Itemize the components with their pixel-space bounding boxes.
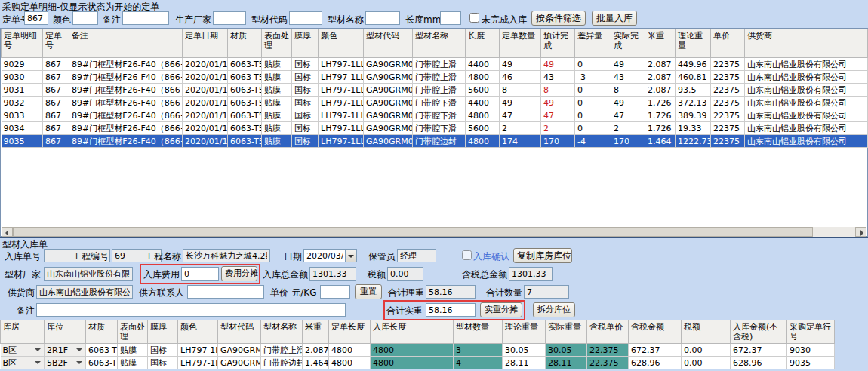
fee-allocate-button[interactable]: 费用分摊	[221, 266, 257, 281]
calendar-dropdown-icon[interactable]	[345, 249, 357, 262]
column-header[interactable]: 定单长度	[329, 320, 371, 344]
column-header[interactable]: 采购定单行号	[787, 320, 835, 344]
cell: 国标	[292, 135, 319, 148]
column-header[interactable]: 预计完成	[541, 29, 575, 58]
keeper-input[interactable]	[397, 249, 436, 262]
supplier-input[interactable]	[36, 285, 133, 299]
batch-inbound-button[interactable]: 批量入库	[592, 11, 637, 26]
column-header[interactable]: 米重	[645, 29, 676, 58]
table-row[interactable]: B区5B2F6063-T5贴膜国标LH797-1LL0GA90GRM05门带腔边…	[1, 357, 835, 369]
column-header[interactable]: 米重	[303, 320, 329, 344]
cell: 8	[611, 84, 645, 97]
profile-code-filter-input[interactable]	[289, 11, 322, 25]
color-filter-input[interactable]	[72, 11, 98, 25]
tax-total-input[interactable]	[509, 267, 553, 281]
cell: 89#门框型材F26-F40（866+867）	[69, 84, 183, 97]
cell: LH797-1LL0	[319, 122, 364, 135]
column-header[interactable]: 实际完成	[611, 29, 645, 58]
column-header[interactable]: 材质	[86, 320, 118, 344]
filter-by-condition-button[interactable]: 按条件筛选	[531, 11, 586, 26]
column-header[interactable]: 库房	[1, 320, 45, 344]
cell: 49	[541, 97, 575, 109]
inbound-confirm-checkbox[interactable]	[462, 250, 472, 260]
column-header[interactable]: 实际重量	[546, 320, 587, 344]
remark-input[interactable]	[36, 303, 346, 317]
cell: 国标	[292, 97, 319, 109]
table-row[interactable]: 903486789#门框型材F26-F40（866+867）2020/01/13…	[2, 122, 868, 135]
column-header[interactable]: 表面处理	[118, 320, 148, 344]
column-header[interactable]: 定单号	[43, 29, 69, 58]
column-header[interactable]: 入库金额(不含税)	[731, 320, 787, 344]
profile-name-filter-input[interactable]	[365, 11, 400, 25]
project-name-input[interactable]	[183, 249, 270, 262]
column-header[interactable]: 型材代码	[364, 29, 413, 58]
cell: 国标	[292, 58, 319, 71]
column-header[interactable]: 含税单价	[587, 320, 629, 344]
contact-input[interactable]	[187, 285, 264, 299]
column-header[interactable]: 颜色	[319, 29, 364, 58]
column-header[interactable]: 型材名称	[413, 29, 466, 58]
remark-filter-label: 备注	[103, 14, 121, 25]
copy-warehouse-button[interactable]: 复制库房库位	[513, 248, 572, 263]
column-header[interactable]: 理论重量	[676, 29, 711, 58]
column-header[interactable]: 定单日期	[183, 29, 228, 58]
fee-input[interactable]	[181, 267, 219, 281]
total-qty-input[interactable]	[524, 285, 569, 299]
column-header[interactable]: 供货商	[745, 29, 868, 58]
tax-input[interactable]	[387, 267, 423, 281]
column-header[interactable]: 单价	[711, 29, 745, 58]
total-amount-input[interactable]	[309, 267, 356, 281]
actual-allocate-button[interactable]: 实重分摊	[480, 302, 522, 317]
table-row[interactable]: 903586789#门框型材F26-F40（866+867）2020/01/13…	[2, 135, 868, 148]
column-header[interactable]: 长度	[466, 29, 500, 58]
column-header[interactable]: 膜厚	[292, 29, 319, 58]
column-header[interactable]: 表面处理	[262, 29, 292, 58]
column-header[interactable]: 备注	[69, 29, 183, 58]
scroll-left-icon[interactable]	[2, 227, 13, 237]
order-grid-body: 902986789#门框型材F26-F40（866+867）2020/01/13…	[2, 58, 868, 148]
column-header[interactable]: 入库长度	[371, 320, 454, 344]
theo-weight-input[interactable]	[426, 285, 476, 299]
column-header[interactable]: 库位	[45, 320, 86, 344]
length-filter-input[interactable]	[440, 11, 461, 25]
column-header[interactable]: 型材数量	[454, 320, 503, 344]
table-row[interactable]: 903086789#门框型材F26-F40（866+867）2020/01/13…	[2, 71, 868, 84]
table-row[interactable]: 902986789#门框型材F26-F40（866+867）2020/01/13…	[2, 58, 868, 71]
column-header[interactable]: 差异量	[575, 29, 611, 58]
column-header[interactable]: 膜厚	[148, 320, 178, 344]
cell: 4800	[329, 357, 371, 369]
cell: 门带腔下滑	[413, 97, 466, 109]
scrollbar-thumb[interactable]	[13, 227, 813, 237]
cell: 贴膜	[262, 109, 292, 122]
reset-button[interactable]: 重置	[355, 284, 382, 299]
date-input[interactable]	[303, 249, 346, 262]
table-row[interactable]: 903286789#门框型材F26-F40（866+867）2020/01/13…	[2, 97, 868, 109]
split-location-button[interactable]: 拆分库位	[533, 302, 575, 317]
table-row[interactable]: B区2R1F6063-T5贴膜国标LH797-1LL0GA90GRM03门带腔上…	[1, 344, 835, 357]
table-row[interactable]: 903186789#门框型材F26-F40（866+867）2020/01/13…	[2, 84, 868, 97]
column-header[interactable]: 颜色	[178, 320, 218, 344]
column-header[interactable]: 定单数量	[500, 29, 541, 58]
cell: 9035	[787, 357, 835, 369]
remark-filter-input[interactable]	[122, 11, 169, 25]
actual-weight-input[interactable]	[426, 303, 476, 317]
column-header[interactable]: 材质	[228, 29, 262, 58]
unit-price-input[interactable]	[320, 285, 350, 299]
column-header[interactable]: 理论重量	[503, 320, 546, 344]
cell: 30.05	[503, 344, 546, 357]
color-filter-label: 颜色	[53, 14, 71, 25]
order-no-input[interactable]	[24, 11, 48, 25]
cell: 4400	[466, 58, 500, 71]
column-header[interactable]: 含税金额	[629, 320, 682, 344]
manufacturer-filter-input[interactable]	[213, 11, 246, 25]
factory-input[interactable]	[44, 267, 133, 281]
column-header[interactable]: 型材名称	[261, 320, 303, 344]
unfinished-checkbox[interactable]	[469, 13, 479, 23]
horizontal-scrollbar[interactable]	[2, 227, 866, 237]
column-header[interactable]: 型材代码	[218, 320, 261, 344]
table-row[interactable]: 903386789#门框型材F26-F40（866+867）2020/01/13…	[2, 109, 868, 122]
column-header[interactable]: 定单明细号	[2, 29, 43, 58]
column-header[interactable]: 税额	[682, 320, 731, 344]
scroll-right-icon[interactable]	[855, 227, 866, 237]
cell: 2.087	[645, 84, 676, 97]
